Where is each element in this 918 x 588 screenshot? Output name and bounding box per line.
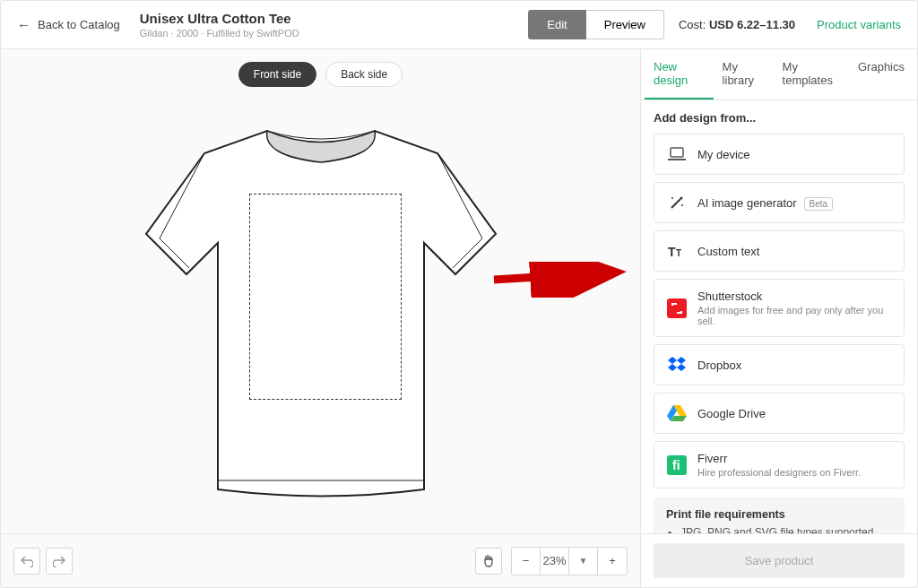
svg-text:T: T (668, 245, 676, 258)
dropbox-icon (667, 355, 687, 375)
canvas-toolbar: − 23% ▼ + (1, 534, 641, 587)
tab-front-side[interactable]: Front side (238, 62, 316, 87)
preview-button[interactable]: Preview (586, 10, 664, 39)
zoom-in-button[interactable]: + (598, 548, 627, 575)
save-product-button[interactable]: Save product (654, 543, 905, 578)
chevron-down-icon: ▼ (579, 556, 588, 566)
canvas-area: Front side Back side (1, 49, 641, 533)
arrow-left-icon: ← (17, 17, 30, 32)
tab-back-side[interactable]: Back side (325, 62, 403, 87)
text-icon: TT (667, 241, 687, 261)
source-sublabel: Hire professional designers on Fiverr. (697, 467, 891, 478)
svg-rect-3 (671, 148, 683, 157)
svg-marker-15 (677, 364, 686, 371)
side-tabs: Front side Back side (1, 49, 640, 96)
cost-label: Cost: USD 6.22–11.30 (679, 18, 795, 31)
svg-text:T: T (676, 248, 681, 258)
svg-marker-14 (668, 364, 677, 371)
svg-point-7 (671, 197, 673, 199)
svg-point-8 (681, 204, 683, 206)
fiverr-icon: fi (667, 455, 687, 475)
shutterstock-icon (667, 298, 687, 318)
add-from-title: Add design from... (654, 111, 905, 125)
svg-marker-13 (677, 357, 686, 364)
source-google-drive[interactable]: Google Drive (654, 393, 905, 434)
undo-button[interactable] (13, 548, 40, 575)
back-label: Back to Catalog (38, 18, 120, 31)
sidebar: New design My library My templates Graph… (641, 49, 917, 533)
tab-my-templates[interactable]: My templates (774, 49, 849, 99)
tab-graphics[interactable]: Graphics (849, 49, 914, 99)
svg-text:fi: fi (672, 458, 680, 472)
source-label: Dropbox (697, 359, 891, 372)
source-dropbox[interactable]: Dropbox (654, 344, 905, 385)
header-bar: ← Back to Catalog Unisex Ultra Cotton Te… (1, 1, 917, 49)
magic-wand-icon (667, 193, 687, 212)
pan-button[interactable] (475, 548, 502, 575)
source-label: AI image generatorBeta (697, 196, 891, 210)
source-custom-text[interactable]: TT Custom text (654, 230, 905, 272)
product-subtitle: Gildan · 2000 · Fulfilled by SwiftPOD (140, 28, 529, 39)
view-toggle: Edit Preview (528, 10, 664, 39)
tab-my-library[interactable]: My library (714, 49, 774, 99)
source-my-device[interactable]: My device (654, 134, 905, 175)
sidebar-tabs: New design My library My templates Graph… (641, 49, 917, 100)
product-variants-link[interactable]: Product variants (817, 18, 901, 31)
header-right: Cost: USD 6.22–11.30 Product variants (679, 18, 901, 31)
zoom-dropdown-button[interactable]: ▼ (569, 548, 598, 575)
source-label: Shutterstock (697, 290, 891, 303)
source-label: Fiverr (697, 452, 891, 465)
source-sublabel: Add images for free and pay only after y… (697, 305, 891, 326)
print-req-title: Print file requirements (666, 508, 892, 521)
google-drive-icon (667, 403, 687, 423)
back-to-catalog-link[interactable]: ← Back to Catalog (17, 17, 120, 32)
print-area[interactable] (249, 194, 402, 400)
svg-marker-12 (668, 357, 677, 364)
svg-line-5 (671, 199, 680, 208)
edit-button[interactable]: Edit (528, 10, 585, 39)
design-canvas[interactable] (1, 96, 640, 533)
tab-new-design[interactable]: New design (645, 49, 714, 99)
laptop-icon (667, 144, 687, 164)
tshirt-mockup (88, 104, 554, 525)
product-title-block: Unisex Ultra Cotton Tee Gildan · 2000 · … (140, 11, 529, 39)
source-list: My device AI image generatorBeta TT Cust… (654, 134, 905, 489)
redo-button[interactable] (46, 548, 73, 575)
svg-point-6 (680, 197, 683, 200)
zoom-out-button[interactable]: − (512, 548, 541, 575)
svg-rect-4 (668, 159, 686, 160)
svg-rect-11 (667, 298, 687, 318)
product-title: Unisex Ultra Cotton Tee (140, 11, 529, 26)
print-file-requirements: Print file requirements JPG, PNG and SVG… (654, 497, 905, 533)
source-label: Custom text (697, 245, 891, 258)
source-label: My device (697, 148, 891, 161)
print-req-item: JPG, PNG and SVG file types supported (680, 526, 892, 533)
source-ai-image-generator[interactable]: AI image generatorBeta (654, 182, 905, 223)
source-label: Google Drive (697, 407, 891, 420)
source-shutterstock[interactable]: Shutterstock Add images for free and pay… (654, 279, 905, 337)
zoom-level[interactable]: 23% (541, 548, 569, 575)
zoom-controls: − 23% ▼ + (511, 547, 628, 575)
source-fiverr[interactable]: fi Fiverr Hire professional designers on… (654, 441, 905, 489)
beta-badge: Beta (804, 197, 834, 211)
